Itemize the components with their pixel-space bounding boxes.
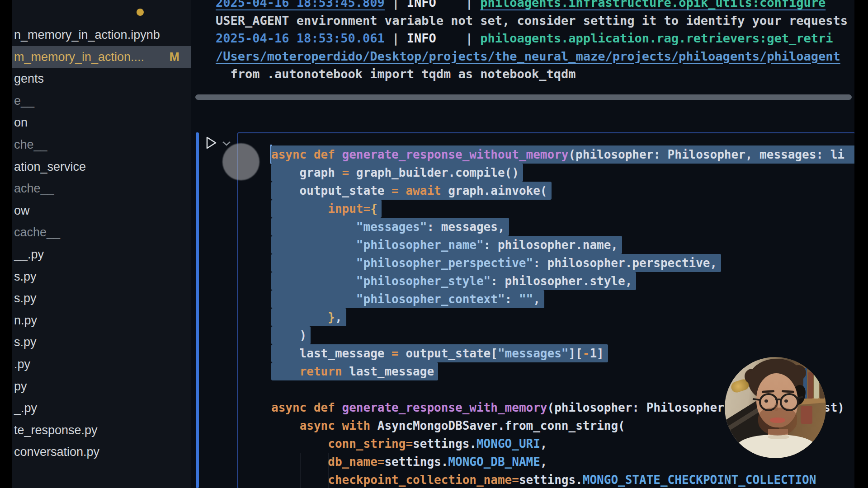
code-token: ,	[533, 292, 540, 306]
selection-highlight: "philosopher_context": "",	[271, 290, 544, 308]
code-token: conn_string	[328, 437, 406, 450]
code-token: graph_builder.compile()	[349, 166, 519, 179]
log-line: 2025-04-16 18:53:45.809 | INFO | philoag…	[216, 0, 854, 12]
sidebar-item[interactable]: ation_service	[12, 156, 191, 178]
code-token: 1]	[590, 347, 604, 360]
code-line[interactable]: graph = graph_builder.compile()	[271, 164, 854, 182]
code-line[interactable]: "philosopher_style": philosopher.style,	[271, 272, 854, 290]
code-token: : philosopher.style,	[491, 274, 632, 288]
code-line[interactable]: "philosopher_perspective": philosopher.p…	[271, 254, 854, 272]
code-token: =	[406, 437, 413, 450]
notebook-editor-area[interactable]: 2025-04-16 18:53:45.809 | INFO | philoag…	[191, 0, 854, 488]
code-token	[271, 220, 356, 234]
code-token: ""	[519, 292, 533, 306]
book-spine	[808, 372, 813, 399]
selection-highlight: output_state = await graph.ainvoke(	[271, 182, 552, 200]
sidebar-item[interactable]: gents	[12, 68, 191, 90]
sidebar-item[interactable]: n_memory_in_action.ipynb	[12, 24, 191, 46]
sidebar-item-label: ache__	[14, 182, 54, 196]
log-token: USER_AGENT environment variable not set,…	[216, 14, 848, 28]
sidebar-item[interactable]: ache__	[12, 178, 191, 200]
sidebar-item[interactable]: py	[12, 375, 191, 398]
sidebar-item[interactable]: m_memory_in_action....M	[12, 46, 191, 68]
sidebar-item-label: che__	[14, 138, 47, 152]
code-line[interactable]: checkpoint_collection_name=settings.MONG…	[271, 471, 854, 488]
code-token	[271, 473, 328, 487]
code-token: : philosopher.perspective,	[533, 256, 717, 270]
sidebar-item[interactable]: n.py	[12, 310, 191, 332]
sidebar-item-label: ation_service	[14, 160, 86, 174]
run-cell-button[interactable]	[205, 136, 218, 150]
code-token: =	[377, 455, 385, 469]
sidebar-item[interactable]: s.py	[12, 287, 191, 310]
code-token	[271, 419, 300, 432]
sidebar-item-label: _.py	[14, 401, 37, 415]
code-token: :	[505, 292, 519, 306]
code-token: ,	[540, 455, 547, 469]
log-token: |	[466, 0, 481, 9]
chevron-down-icon	[222, 141, 231, 146]
sidebar-item-label: conversation.py	[14, 445, 99, 459]
code-token: "messages"	[356, 220, 427, 234]
sidebar-item-label: cache__	[14, 225, 60, 239]
log-token	[436, 0, 466, 9]
code-token	[271, 256, 356, 270]
code-token: settings.	[384, 455, 448, 469]
code-line[interactable]: )	[271, 326, 854, 344]
selection-highlight: async def generate_response_without_memo…	[271, 145, 854, 164]
code-token	[399, 184, 406, 197]
code-token: (philosopher: Philosopher, messages: li	[568, 148, 844, 161]
log-token: from .autonotebook import tqdm as notebo…	[216, 67, 576, 81]
log-token: |	[385, 0, 407, 9]
sidebar-item[interactable]: __.py	[12, 244, 191, 266]
code-token: async	[300, 419, 335, 432]
sidebar-item-label: py	[14, 380, 27, 394]
sidebar-item[interactable]: e__	[12, 90, 191, 112]
code-line[interactable]: async def generate_response_without_memo…	[271, 145, 854, 164]
sidebar-item-label: on	[14, 116, 28, 130]
sidebar-item[interactable]: ow	[12, 200, 191, 222]
code-token: input	[328, 202, 363, 216]
sidebar-item[interactable]: che__	[12, 134, 191, 156]
sidebar-item[interactable]: conversation.py	[12, 441, 191, 463]
sidebar-item-label: s.py	[14, 291, 37, 305]
code-token: checkpoint_collection_name	[328, 473, 512, 487]
sidebar-item-label: m_memory_in_action....	[14, 50, 144, 64]
code-line[interactable]: "philosopher_context": "",	[271, 290, 854, 308]
cell-collapse-button[interactable]	[222, 140, 231, 145]
sidebar-item[interactable]: s.py	[12, 331, 191, 353]
unsaved-indicator-dot-icon	[137, 9, 144, 16]
log-token: 2025-04-16 18:53:50.061	[216, 31, 385, 45]
code-token: output_state	[271, 184, 392, 197]
selection-highlight: "philosopher_style": philosopher.style,	[271, 272, 636, 290]
output-horizontal-scrollbar[interactable]	[195, 94, 852, 100]
sidebar-item[interactable]: te_response.py	[12, 419, 191, 441]
log-token	[436, 31, 466, 45]
code-line[interactable]: "philosopher_name": philosopher.name,	[271, 236, 854, 254]
log-token: |	[385, 31, 407, 45]
code-line[interactable]: },	[271, 308, 854, 326]
sidebar-item-label: e__	[14, 94, 34, 108]
code-token: settings.	[413, 437, 476, 450]
sidebar-item[interactable]: s.py	[12, 266, 191, 288]
code-token: async def	[271, 148, 342, 161]
code-token: MONGO_STATE_CHECKPOINT_COLLECTION	[583, 473, 816, 487]
play-icon	[205, 136, 218, 150]
code-token: graph	[271, 166, 342, 179]
code-line[interactable]: output_state = await graph.ainvoke(	[271, 182, 854, 200]
code-line[interactable]: input={	[271, 200, 854, 218]
log-file-link[interactable]: /Users/moteroperdido/Desktop/projects/th…	[216, 49, 840, 63]
code-line[interactable]: "messages": messages,	[271, 218, 854, 236]
sidebar-item[interactable]: _.py	[12, 397, 191, 419]
sidebar-item[interactable]: cache__	[12, 221, 191, 244]
webcam-overlay	[725, 357, 826, 458]
code-token	[335, 419, 342, 432]
log-token: philoagents.infrastructure.opik_utils:co…	[480, 0, 826, 9]
code-token: ,	[540, 437, 547, 450]
code-token: return	[300, 365, 342, 378]
sidebar-item[interactable]: on	[12, 112, 191, 134]
code-token: {	[370, 202, 377, 216]
selection-highlight: last_message = output_state["messages"][…	[271, 344, 608, 362]
code-token: ,	[335, 310, 342, 324]
sidebar-item[interactable]: .py	[12, 353, 191, 375]
